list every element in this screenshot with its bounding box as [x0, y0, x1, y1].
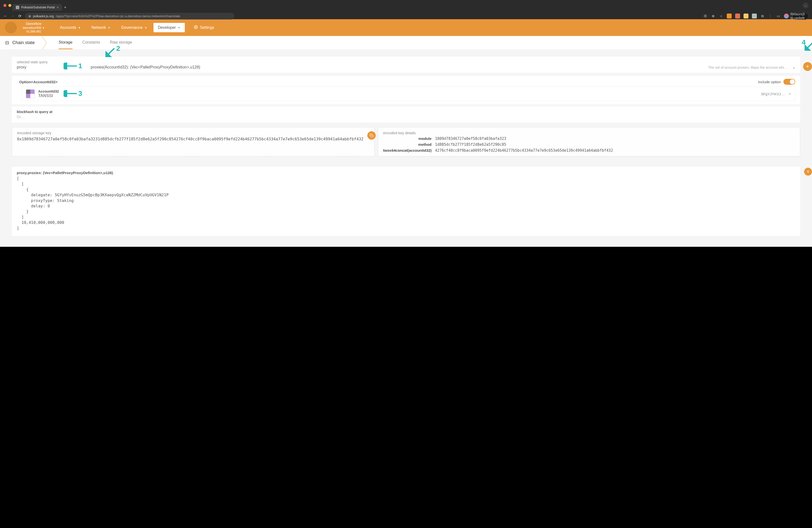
identicon-icon: [26, 89, 35, 98]
chain-caret-icon: ▼: [42, 26, 45, 30]
kd-twox-key: twox64concat(accountid32): [383, 148, 432, 153]
nav-settings[interactable]: Settings: [194, 25, 214, 30]
caret-icon: ▼: [145, 26, 147, 29]
svg-line-5: [806, 42, 812, 49]
chevron-down-icon: ▼: [788, 92, 791, 95]
key-icon[interactable]: ⦿: [703, 14, 708, 18]
extension-3-icon[interactable]: [743, 14, 749, 18]
result-body: [ [ { delegate: 5GYyHYvEnuzG5mQpcBp3KXae…: [17, 176, 795, 231]
gear-icon: [194, 25, 198, 30]
window-dropdown[interactable]: ⌄: [803, 2, 809, 9]
chainstate-heading: Chain state: [5, 40, 42, 45]
zoom-icon[interactable]: ⊕: [711, 14, 715, 18]
nav-accounts[interactable]: Accounts ▼: [55, 23, 85, 32]
sub-tabs: Storage Constants Raw storage: [59, 36, 132, 49]
new-tab-button[interactable]: +: [62, 5, 68, 10]
extension-2-icon[interactable]: [735, 14, 740, 18]
caret-icon: ▼: [108, 26, 110, 29]
kd-method-value: 1d885dcfb277f185f2d8e62a5f290c85: [435, 142, 795, 147]
panel-icon[interactable]: ▭: [776, 14, 781, 18]
nav-accounts-label: Accounts: [60, 25, 76, 30]
window-minimize-dot[interactable]: [9, 4, 11, 7]
svg-point-0: [195, 27, 197, 28]
kd-module-value: 1809d78346727a0ef58c0fa03bafa323: [435, 136, 795, 141]
chain-block: #1,588,492: [23, 30, 45, 34]
extension-4-icon[interactable]: [752, 14, 757, 18]
method-selector[interactable]: proxies(AccountId32): (Vec<PalletProxyPr…: [86, 57, 800, 73]
account-name: TANSSI: [38, 93, 59, 98]
tab-title: Polkadot/Substrate Portal: [21, 6, 55, 9]
nav-items: Accounts ▼ Network ▼ Governance ▼ Develo…: [55, 23, 185, 32]
result-header: proxy.proxies: (Vec<PalletProxyProxyDefi…: [17, 171, 795, 175]
include-option-toggle[interactable]: [783, 79, 795, 85]
result-card: proxy.proxies: (Vec<PalletProxyProxyDefi…: [12, 167, 800, 236]
kd-module-key: module: [383, 136, 432, 141]
tab-constants[interactable]: Constants: [82, 36, 100, 49]
chain-path: dancebox/500: [23, 26, 41, 30]
annotation-2-number: 2: [116, 45, 120, 53]
annotation-3: 3: [63, 90, 82, 98]
copy-icon: [369, 133, 374, 137]
svg-rect-6: [371, 135, 373, 137]
blockhash-input[interactable]: 0x…: [17, 115, 795, 119]
account-address-short: 5FgYJYKVJ…: [761, 92, 785, 96]
option-type-label: Option<AccountId32>: [19, 80, 58, 84]
close-result-button[interactable]: ✕: [804, 168, 812, 176]
kebab-icon: ⋮: [801, 14, 806, 18]
annotation-1: 1: [63, 62, 82, 70]
relaunch-label: Relaunch to update: [796, 14, 800, 18]
query-method-description: The set of account proxies. Maps the acc…: [708, 65, 787, 70]
url-bar[interactable]: ⊕ polkadot.js.org /apps/?rpc=wss%3A%2F%2…: [25, 13, 234, 19]
chevron-down-icon: ▼: [793, 67, 795, 70]
browser-tab[interactable]: Polkadot/Substrate Portal ×: [12, 4, 62, 11]
main-content: 1 2 3 4 selected state query proxy proxi…: [0, 50, 812, 247]
option-accountid-card: Option<AccountId32> include option Accou…: [12, 76, 800, 104]
encoded-storage-key-card: encoded storage key 0x1809d78346727a0ef5…: [12, 127, 375, 156]
sub-nav: Chain state Storage Constants Raw storag…: [0, 36, 812, 50]
tab-bar: Polkadot/Substrate Portal × +: [12, 4, 812, 11]
key-details-label: encoded key details: [383, 131, 795, 135]
extensions-menu-icon[interactable]: ⧉: [760, 14, 765, 18]
nav-developer[interactable]: Developer ▼: [154, 23, 185, 32]
account-type-label: AccountId32: [38, 89, 59, 93]
blockhash-label: blockhash to query at: [17, 110, 795, 114]
tab-close-icon[interactable]: ×: [57, 5, 59, 9]
include-option-label: include option: [758, 80, 781, 84]
annotation-4: 4: [802, 41, 812, 51]
bookmark-icon[interactable]: ☆: [719, 14, 723, 18]
profile-avatar[interactable]: [784, 14, 789, 18]
nav-developer-label: Developer: [158, 25, 176, 30]
copy-storage-key-button[interactable]: [367, 131, 376, 140]
nav-network-label: Network: [91, 25, 106, 30]
caret-icon: ▼: [78, 26, 81, 29]
caret-icon: ▼: [178, 26, 180, 29]
reload-button[interactable]: ⟳: [18, 14, 21, 18]
forward-button[interactable]: →: [11, 14, 15, 18]
state-query-card: selected state query proxy proxies(Accou…: [12, 57, 800, 73]
nav-governance[interactable]: Governance ▼: [117, 23, 151, 32]
relaunch-button[interactable]: Relaunch to update ⋮: [792, 12, 809, 20]
tab-storage[interactable]: Storage: [59, 36, 72, 49]
annotation-1-number: 1: [78, 62, 82, 70]
encoded-keys-row: encoded storage key 0x1809d78346727a0ef5…: [12, 127, 800, 156]
back-button[interactable]: ←: [3, 14, 8, 18]
database-icon: [5, 41, 9, 45]
window-close-dot[interactable]: [3, 4, 6, 7]
chain-logo[interactable]: [5, 22, 17, 33]
browser-right-icons: ⦿ ⊕ ☆ ⧉ | ▭ Relaunch to update ⋮: [703, 12, 809, 20]
kd-twox-value: 4276cf40cc8f9baca0095f9efd224b46277b5bc4…: [435, 148, 795, 153]
account-selector[interactable]: AccountId32 TANSSI 5FgYJYKVJ… ▼: [22, 87, 795, 101]
submit-query-button[interactable]: +: [803, 62, 812, 71]
extension-1-icon[interactable]: [727, 14, 732, 18]
storage-key-label: encoded storage key: [17, 131, 369, 135]
url-host: polkadot.js.org: [33, 14, 54, 18]
storage-key-value: 0x1809d78346727a0ef58c0fa03bafa3231d885d…: [17, 136, 369, 142]
app-top-nav: Dancebox dancebox/500 ▼ #1,588,492 Accou…: [0, 19, 812, 36]
site-info-icon[interactable]: ⊕: [28, 14, 31, 18]
nav-network[interactable]: Network ▼: [87, 23, 115, 32]
kd-method-key: method: [383, 142, 432, 147]
encoded-key-details-card: encoded key details module 1809d78346727…: [378, 127, 800, 156]
annotation-2: 2: [105, 47, 120, 57]
annotation-3-number: 3: [78, 90, 82, 98]
chain-info[interactable]: Dancebox dancebox/500 ▼ #1,588,492: [23, 21, 45, 33]
